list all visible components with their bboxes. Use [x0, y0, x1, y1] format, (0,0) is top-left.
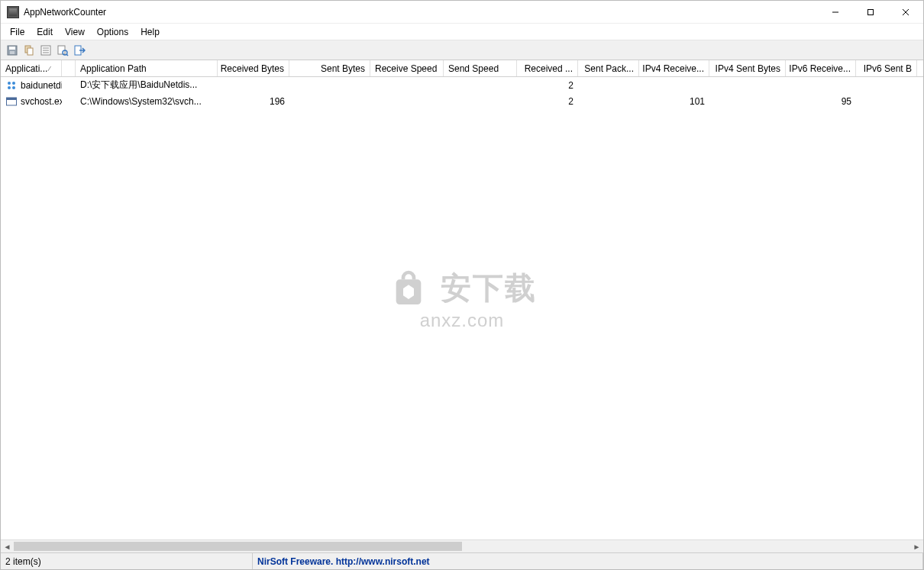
cell [444, 77, 517, 93]
menubar: File Edit View Options Help [1, 24, 923, 40]
cell: 2 [517, 93, 578, 109]
cell [370, 77, 444, 93]
column-header[interactable]: Sent Bytes [289, 60, 370, 76]
cell [578, 93, 639, 109]
cell [62, 77, 76, 93]
watermark-url: anxz.com [387, 310, 537, 331]
column-header[interactable]: Send Speed [444, 60, 517, 76]
cell [62, 93, 76, 109]
cell: baidunetdi... [1, 77, 62, 93]
app-icon [7, 6, 19, 18]
column-header[interactable]: Applicati... ⁄ [1, 60, 62, 76]
svg-rect-8 [27, 48, 33, 55]
svg-rect-13 [58, 46, 65, 54]
close-button[interactable] [888, 1, 923, 23]
menu-edit[interactable]: Edit [31, 24, 59, 40]
cell [578, 77, 639, 93]
find-icon[interactable] [56, 43, 69, 57]
cell [709, 77, 786, 93]
cell: 2 [517, 77, 578, 93]
column-header[interactable]: Receive Speed [370, 60, 444, 76]
watermark: 安下载 anxz.com [387, 267, 537, 331]
list-view[interactable]: baidunetdi...D:\安下载应用\BaiduNetdis...2svc… [1, 77, 923, 539]
copy-icon[interactable] [22, 43, 36, 57]
status-item-count: 2 item(s) [1, 553, 253, 569]
bag-icon [387, 267, 430, 310]
column-header[interactable]: Received Bytes [218, 60, 289, 76]
svg-point-18 [12, 82, 15, 85]
cell: 95 [786, 93, 856, 109]
maximize-button[interactable] [853, 1, 888, 23]
cell [856, 77, 917, 93]
scroll-right-arrow[interactable]: ► [910, 540, 923, 552]
cell: C:\Windows\System32\svch... [76, 93, 218, 109]
cell: D:\安下载应用\BaiduNetdis... [76, 77, 218, 93]
titlebar-left: AppNetworkCounter [1, 6, 106, 18]
svg-point-20 [12, 86, 15, 89]
column-header[interactable]: Received ... [517, 60, 578, 76]
save-icon[interactable] [5, 43, 19, 57]
svg-rect-1 [868, 9, 874, 14]
minimize-button[interactable] [818, 1, 853, 23]
column-header[interactable]: Application Path [76, 60, 218, 76]
cell [218, 77, 289, 93]
properties-icon[interactable] [39, 43, 53, 57]
svg-rect-6 [10, 51, 15, 54]
horizontal-scrollbar[interactable]: ◄ ► [1, 539, 923, 552]
baidu-icon [5, 79, 18, 92]
sort-indicator-icon: ⁄ [49, 65, 50, 72]
watermark-text-cn: 安下载 [441, 267, 537, 309]
svg-point-19 [8, 86, 11, 89]
cell [289, 77, 370, 93]
toolbar [1, 40, 923, 60]
cell [786, 77, 856, 93]
table-row[interactable]: baidunetdi...D:\安下载应用\BaiduNetdis...2 [1, 77, 923, 93]
scroll-track[interactable] [14, 540, 910, 552]
menu-help[interactable]: Help [134, 24, 166, 40]
table-row[interactable]: svchost.exeC:\Windows\System32\svch...19… [1, 93, 923, 109]
cell [289, 93, 370, 109]
exe-icon [5, 95, 18, 108]
svg-point-17 [8, 82, 11, 85]
window-title: AppNetworkCounter [24, 7, 106, 18]
statusbar: 2 item(s) NirSoft Freeware. http://www.n… [1, 552, 923, 569]
column-header[interactable]: IPv6 Sent B [856, 60, 917, 76]
cell [444, 93, 517, 109]
column-header[interactable]: Sent Pack... [578, 60, 639, 76]
window-controls [818, 1, 923, 23]
cell [709, 93, 786, 109]
app-window: AppNetworkCounter File Edit View Options… [0, 0, 924, 570]
status-credits: NirSoft Freeware. http://www.nirsoft.net [253, 553, 923, 569]
menu-file[interactable]: File [4, 24, 31, 40]
scroll-left-arrow[interactable]: ◄ [1, 540, 14, 552]
column-header[interactable]: IPv4 Sent Bytes [709, 60, 786, 76]
column-header[interactable]: IPv6 Receive... [786, 60, 856, 76]
svg-line-15 [66, 54, 68, 56]
cell [370, 93, 444, 109]
menu-view[interactable]: View [59, 24, 91, 40]
cell [639, 77, 709, 93]
cell: svchost.exe [1, 93, 62, 109]
exit-icon[interactable] [73, 43, 86, 57]
svg-rect-22 [7, 98, 17, 100]
titlebar: AppNetworkCounter [1, 1, 923, 24]
column-header[interactable]: IPv4 Receive... [639, 60, 709, 76]
cell: 101 [639, 93, 709, 109]
cell [856, 93, 917, 109]
column-header[interactable] [62, 60, 76, 76]
menu-options[interactable]: Options [91, 24, 134, 40]
svg-rect-5 [9, 47, 15, 50]
scroll-thumb[interactable] [14, 542, 462, 551]
cell: 196 [218, 93, 289, 109]
column-headers: Applicati... ⁄Application PathReceived B… [1, 60, 923, 77]
